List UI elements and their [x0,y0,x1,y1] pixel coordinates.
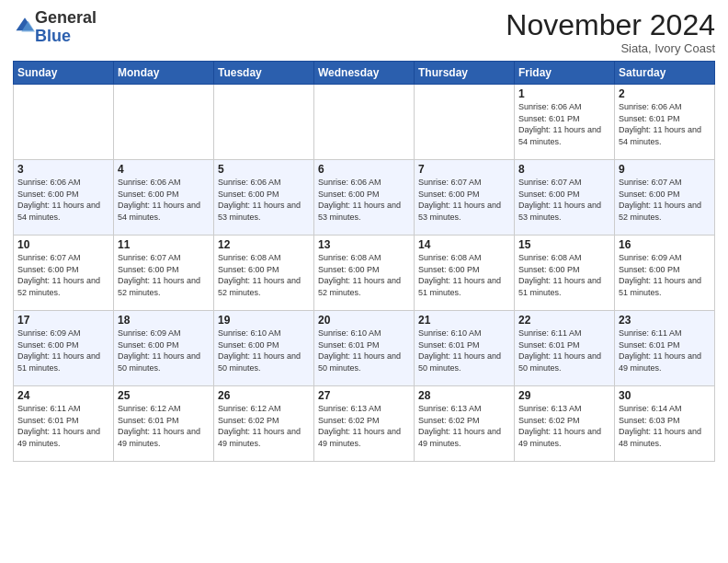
day-number: 5 [218,163,310,176]
month-title: November 2024 [506,9,715,41]
day-info: Sunrise: 6:11 AMSunset: 6:01 PMDaylight:… [17,404,100,448]
calendar-cell-w2-d1: 11 Sunrise: 6:07 AMSunset: 6:00 PMDaylig… [114,236,214,311]
calendar-cell-w0-d0 [14,85,114,160]
day-info: Sunrise: 6:13 AMSunset: 6:02 PMDaylight:… [518,404,601,448]
day-number: 14 [418,238,510,251]
day-number: 21 [418,314,510,327]
logo-icon [15,16,35,36]
day-number: 30 [619,389,711,402]
calendar-cell-w1-d0: 3 Sunrise: 6:06 AMSunset: 6:00 PMDayligh… [14,160,114,236]
calendar-cell-w1-d4: 7 Sunrise: 6:07 AMSunset: 6:00 PMDayligh… [415,160,515,236]
day-info: Sunrise: 6:07 AMSunset: 6:00 PMDaylight:… [418,178,501,222]
day-info: Sunrise: 6:11 AMSunset: 6:01 PMDaylight:… [619,328,701,373]
day-info: Sunrise: 6:14 AMSunset: 6:03 PMDaylight:… [619,404,701,448]
day-info: Sunrise: 6:11 AMSunset: 6:01 PMDaylight:… [518,328,601,373]
day-number: 25 [118,389,210,402]
day-info: Sunrise: 6:08 AMSunset: 6:00 PMDaylight:… [318,253,401,297]
calendar-cell-w4-d1: 25 Sunrise: 6:12 AMSunset: 6:01 PMDaylig… [114,386,214,462]
calendar-cell-w4-d3: 27 Sunrise: 6:13 AMSunset: 6:02 PMDaylig… [314,386,415,462]
location: Siata, Ivory Coast [506,41,715,55]
calendar-cell-w3-d3: 20 Sunrise: 6:10 AMSunset: 6:01 PMDaylig… [314,311,415,386]
calendar-cell-w0-d1 [114,85,214,160]
header-friday: Friday [515,62,615,85]
day-info: Sunrise: 6:13 AMSunset: 6:02 PMDaylight:… [318,404,401,448]
day-number: 22 [518,314,610,327]
logo-general-text: General [35,8,97,27]
header: General Blue November 2024 Siata, Ivory … [13,9,715,55]
calendar-cell-w4-d5: 29 Sunrise: 6:13 AMSunset: 6:02 PMDaylig… [515,386,615,462]
calendar-cell-w1-d3: 6 Sunrise: 6:06 AMSunset: 6:00 PMDayligh… [314,160,415,236]
calendar-cell-w0-d5: 1 Sunrise: 6:06 AMSunset: 6:01 PMDayligh… [515,85,615,160]
day-number: 7 [418,163,510,176]
day-number: 13 [318,238,410,251]
calendar-cell-w2-d5: 15 Sunrise: 6:08 AMSunset: 6:00 PMDaylig… [515,236,615,311]
day-info: Sunrise: 6:12 AMSunset: 6:01 PMDaylight:… [118,404,200,448]
week-row-1: 3 Sunrise: 6:06 AMSunset: 6:00 PMDayligh… [14,160,715,236]
day-info: Sunrise: 6:08 AMSunset: 6:00 PMDaylight:… [418,253,501,297]
day-number: 10 [17,238,109,251]
calendar-cell-w0-d6: 2 Sunrise: 6:06 AMSunset: 6:01 PMDayligh… [615,85,715,160]
day-info: Sunrise: 6:10 AMSunset: 6:01 PMDaylight:… [418,328,501,373]
calendar-cell-w0-d3 [314,85,415,160]
day-info: Sunrise: 6:08 AMSunset: 6:00 PMDaylight:… [218,253,301,297]
day-info: Sunrise: 6:07 AMSunset: 6:00 PMDaylight:… [619,178,701,222]
day-info: Sunrise: 6:06 AMSunset: 6:00 PMDaylight:… [118,178,200,222]
day-number: 3 [17,163,109,176]
day-info: Sunrise: 6:07 AMSunset: 6:00 PMDaylight:… [17,253,100,297]
day-number: 28 [418,389,510,402]
day-number: 17 [17,314,109,327]
calendar-cell-w3-d1: 18 Sunrise: 6:09 AMSunset: 6:00 PMDaylig… [114,311,214,386]
day-number: 12 [218,238,310,251]
week-row-0: 1 Sunrise: 6:06 AMSunset: 6:01 PMDayligh… [14,85,715,160]
day-number: 6 [318,163,410,176]
calendar-cell-w3-d4: 21 Sunrise: 6:10 AMSunset: 6:01 PMDaylig… [415,311,515,386]
day-info: Sunrise: 6:09 AMSunset: 6:00 PMDaylight:… [17,328,100,373]
day-info: Sunrise: 6:08 AMSunset: 6:00 PMDaylight:… [518,253,601,297]
logo-blue-text: Blue [35,27,71,45]
day-info: Sunrise: 6:10 AMSunset: 6:00 PMDaylight:… [218,328,301,373]
day-info: Sunrise: 6:12 AMSunset: 6:02 PMDaylight:… [218,404,301,448]
day-info: Sunrise: 6:13 AMSunset: 6:02 PMDaylight:… [418,404,501,448]
calendar-cell-w1-d2: 5 Sunrise: 6:06 AMSunset: 6:00 PMDayligh… [214,160,314,236]
day-number: 2 [619,87,711,100]
day-number: 18 [118,314,210,327]
day-number: 15 [518,238,610,251]
day-info: Sunrise: 6:07 AMSunset: 6:00 PMDaylight:… [118,253,200,297]
day-info: Sunrise: 6:06 AMSunset: 6:00 PMDaylight:… [218,178,301,222]
day-info: Sunrise: 6:06 AMSunset: 6:00 PMDaylight:… [17,178,100,222]
header-thursday: Thursday [415,62,515,85]
day-info: Sunrise: 6:09 AMSunset: 6:00 PMDaylight:… [118,328,200,373]
calendar-cell-w1-d1: 4 Sunrise: 6:06 AMSunset: 6:00 PMDayligh… [114,160,214,236]
weekday-header-row: Sunday Monday Tuesday Wednesday Thursday… [14,62,715,85]
calendar-page: General Blue November 2024 Siata, Ivory … [0,0,728,467]
header-wednesday: Wednesday [314,62,415,85]
day-number: 8 [518,163,610,176]
day-info: Sunrise: 6:09 AMSunset: 6:00 PMDaylight:… [619,253,701,297]
day-info: Sunrise: 6:06 AMSunset: 6:01 PMDaylight:… [619,102,701,146]
calendar-cell-w4-d2: 26 Sunrise: 6:12 AMSunset: 6:02 PMDaylig… [214,386,314,462]
week-row-2: 10 Sunrise: 6:07 AMSunset: 6:00 PMDaylig… [14,236,715,311]
calendar-cell-w0-d2 [214,85,314,160]
header-tuesday: Tuesday [214,62,314,85]
calendar-cell-w0-d4 [415,85,515,160]
day-number: 23 [619,314,711,327]
calendar-cell-w2-d0: 10 Sunrise: 6:07 AMSunset: 6:00 PMDaylig… [14,236,114,311]
day-number: 24 [17,389,109,402]
day-info: Sunrise: 6:06 AMSunset: 6:00 PMDaylight:… [318,178,401,222]
header-monday: Monday [114,62,214,85]
calendar-cell-w1-d5: 8 Sunrise: 6:07 AMSunset: 6:00 PMDayligh… [515,160,615,236]
calendar-cell-w3-d0: 17 Sunrise: 6:09 AMSunset: 6:00 PMDaylig… [14,311,114,386]
day-number: 11 [118,238,210,251]
day-info: Sunrise: 6:06 AMSunset: 6:01 PMDaylight:… [518,102,601,146]
calendar-cell-w4-d6: 30 Sunrise: 6:14 AMSunset: 6:03 PMDaylig… [615,386,715,462]
day-info: Sunrise: 6:07 AMSunset: 6:00 PMDaylight:… [518,178,601,222]
week-row-4: 24 Sunrise: 6:11 AMSunset: 6:01 PMDaylig… [14,386,715,462]
header-sunday: Sunday [14,62,114,85]
day-number: 20 [318,314,410,327]
day-number: 16 [619,238,711,251]
day-number: 4 [118,163,210,176]
day-number: 19 [218,314,310,327]
calendar-cell-w3-d5: 22 Sunrise: 6:11 AMSunset: 6:01 PMDaylig… [515,311,615,386]
title-block: November 2024 Siata, Ivory Coast [506,9,715,55]
day-number: 27 [318,389,410,402]
